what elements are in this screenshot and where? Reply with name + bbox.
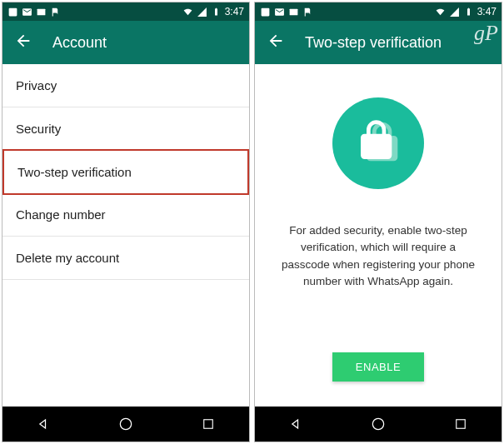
back-icon[interactable] [267,32,285,53]
list-item-two-step[interactable]: Two-step verification [2,149,249,195]
notif-icon [260,7,271,17]
wifi-icon [182,7,193,17]
mail-icon [22,7,32,17]
nav-recent-icon[interactable] [452,415,470,433]
page-title: Account [52,34,107,52]
status-bar: 3:47 [255,2,502,21]
photo-icon [288,7,299,17]
status-right-icons: 3:47 [182,6,244,17]
lock-circle [332,97,424,189]
tsv-description: For added security, enable two-step veri… [275,222,482,290]
nav-home-icon[interactable] [369,415,387,433]
app-bar: Two-step verification [255,21,502,64]
status-time: 3:47 [225,6,244,17]
cell-icon [197,7,207,17]
back-icon[interactable] [14,32,32,53]
enable-label: ENABLE [356,361,401,373]
list-label: Delete my account [16,251,119,265]
svg-rect-7 [456,420,465,429]
status-left-icons [260,7,313,17]
nav-home-icon[interactable] [117,415,135,433]
list-label: Privacy [16,78,57,92]
status-bar: 3:47 [2,2,249,21]
list-item-security[interactable]: Security [2,107,249,151]
svg-point-2 [120,418,131,429]
status-right-icons: 3:47 [435,6,497,17]
notif-icon [7,7,18,17]
account-list: Privacy Security Two-step verification C… [2,64,249,407]
photo-icon [36,7,47,17]
status-time: 3:47 [477,6,497,17]
list-label: Two-step verification [17,165,132,179]
lock-icon [355,118,402,168]
svg-rect-0 [9,7,17,16]
tsv-content: For added security, enable two-step veri… [255,64,502,407]
status-left-icons [7,7,61,17]
cell-icon [449,7,460,17]
svg-rect-1 [37,8,46,15]
svg-rect-5 [290,8,298,15]
nav-back-icon[interactable] [34,415,52,433]
nav-bar [255,407,502,442]
mail-icon [274,7,285,17]
battery-icon [211,7,222,17]
flag-icon [302,7,313,17]
list-label: Change number [16,207,106,222]
svg-rect-3 [203,420,212,429]
nav-recent-icon[interactable] [199,415,217,433]
wifi-icon [435,7,446,17]
svg-point-6 [372,418,383,429]
enable-button[interactable]: ENABLE [332,352,424,382]
flag-icon [50,7,61,17]
phone-left: 3:47 Account Privacy Security Two-step v… [2,2,250,442]
nav-back-icon[interactable] [287,415,305,433]
svg-rect-4 [262,7,270,16]
list-item-privacy[interactable]: Privacy [2,64,249,107]
phone-right: gP 3:47 Two-step verification [254,2,502,442]
app-bar: Account [2,21,249,64]
nav-bar [2,407,249,442]
battery-icon [463,7,474,17]
page-title: Two-step verification [305,34,442,52]
list-label: Security [16,122,61,136]
list-item-delete-account[interactable]: Delete my account [2,237,249,280]
list-item-change-number[interactable]: Change number [2,193,249,237]
